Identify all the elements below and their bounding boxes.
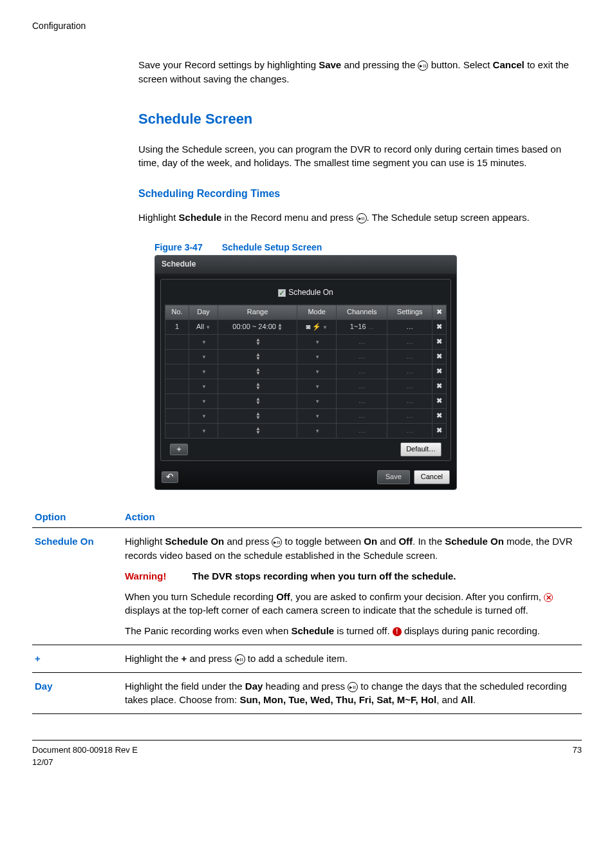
play-pause-icon: ▸ıı	[357, 213, 367, 223]
table-row: ▼▲▼▼……✖	[165, 335, 447, 350]
schedule-intro: Using the Schedule screen, you can progr…	[138, 142, 569, 171]
cell-mode[interactable]: ◙ ⚡▼	[297, 320, 337, 335]
cell-mode-value: ◙ ⚡	[306, 323, 321, 330]
spinner-icon: ▲▼	[256, 338, 261, 346]
intro-paragraph: Save your Record settings by highlightin…	[138, 58, 569, 86]
chevron-down-icon: ▼	[315, 399, 320, 404]
play-pause-icon: ▸ıı	[272, 537, 282, 547]
table-row: 1 All▼ 00:00 ~ 24:00▲▼ ◙ ⚡▼ 1~16 … … ✖	[165, 320, 447, 335]
table-header-row: No. Day Range Mode Channels Settings ✖	[165, 305, 447, 320]
save-button[interactable]: Save	[377, 470, 410, 484]
add-row-button[interactable]: +	[170, 444, 188, 455]
t: Day	[245, 681, 263, 692]
delete-row-button: ✖	[433, 350, 447, 364]
table-row: ▼▲▼▼……✖	[165, 350, 447, 364]
schedule-on-p2: When you turn Schedule recording Off, yo…	[125, 590, 579, 618]
cell-day[interactable]: All▼	[189, 320, 218, 335]
table-row: ▼▲▼▼……✖	[165, 364, 447, 379]
t: Highlight the field under the	[125, 681, 245, 692]
opt-day-action: Highlight the field under the Day headin…	[122, 672, 582, 714]
options-header-option: Option	[32, 506, 122, 528]
footer-doc: Document 800-00918 Rev E	[32, 744, 138, 757]
t: Sun, Mon, Tue, Wed, Thu, Fri, Sat, M~F, …	[239, 694, 436, 705]
schedule-on-checkbox[interactable]	[278, 289, 286, 297]
cell-channels[interactable]: 1~16 …	[337, 320, 387, 335]
t: All	[461, 694, 473, 705]
t: Highlight the	[125, 653, 181, 664]
delete-row-button[interactable]: ✖	[433, 320, 447, 335]
col-range: Range	[218, 305, 297, 320]
option-row-day: Day Highlight the field under the Day he…	[32, 672, 582, 714]
shot-footer: + Default…	[165, 439, 447, 457]
footer-left: Document 800-00918 Rev E 12/07	[32, 744, 138, 769]
figure-title: Schedule Setup Screen	[222, 242, 322, 252]
table-row: ▼▲▼▼……✖	[165, 379, 447, 393]
col-channels: Channels	[337, 305, 387, 320]
footer-date: 12/07	[32, 757, 138, 769]
cell-range-value: 00:00 ~ 24:00	[232, 323, 276, 330]
warning-text: The DVR stops recording when you turn of…	[192, 569, 456, 583]
table-row: ▼▲▼▼……✖	[165, 393, 447, 408]
schedule-on-p1: Highlight Schedule On and press ▸ıı to t…	[125, 534, 579, 563]
window-title: Schedule	[155, 256, 456, 273]
table-row: ▼▲▼▼……✖	[165, 408, 447, 423]
intro-text-1: Save your Record settings by highlightin…	[138, 59, 319, 70]
chevron-down-icon: ▼	[315, 369, 320, 375]
hp-schedule: Schedule	[179, 212, 222, 223]
t: Schedule On	[445, 536, 504, 547]
cancel-button[interactable]: Cancel	[414, 470, 450, 484]
hp-3: . The Schedule setup screen appears.	[367, 212, 530, 223]
save-word: Save	[319, 59, 341, 70]
delete-row-button: ✖	[433, 379, 447, 393]
chevron-down-icon: ▼	[315, 339, 320, 345]
chevron-down-icon: ▼	[201, 369, 207, 375]
t: displays during panic recording.	[402, 625, 540, 636]
default-button[interactable]: Default…	[400, 442, 442, 457]
chevron-down-icon: ▼	[315, 354, 320, 360]
panic-record-icon: !	[393, 627, 402, 636]
schedule-on-p3: The Panic recording works even when Sche…	[125, 624, 579, 638]
t: . In the	[413, 536, 445, 547]
t: heading and press	[263, 681, 348, 692]
col-mode: Mode	[297, 305, 337, 320]
options-table: Option Action Schedule On Highlight Sche…	[32, 506, 582, 715]
cell-no: 1	[165, 320, 189, 335]
ellipsis-icon: …	[367, 325, 374, 330]
t: When you turn Schedule recording	[125, 591, 276, 602]
delete-row-button: ✖	[433, 393, 447, 408]
hp-1: Highlight	[138, 212, 179, 223]
schedule-screen-heading: Schedule Screen	[138, 109, 569, 129]
chevron-down-icon: ▼	[201, 339, 207, 345]
col-day: Day	[189, 305, 218, 320]
spinner-icon: ▲▼	[256, 412, 261, 420]
t: to toggle between	[282, 536, 364, 547]
t: is turned off.	[334, 625, 393, 636]
chevron-down-icon: ▼	[201, 428, 207, 434]
col-no: No.	[165, 305, 189, 320]
cell-settings[interactable]: …	[387, 320, 433, 335]
schedule-off-icon: ✕	[544, 593, 553, 602]
t: , and	[436, 694, 461, 705]
t: Schedule On	[165, 536, 225, 547]
footer-page: 73	[573, 744, 582, 769]
intro-text-3: button. Select	[428, 59, 492, 70]
t: and press	[224, 536, 272, 547]
t: to add a schedule item.	[245, 653, 348, 664]
chevron-down-icon: ▼	[315, 413, 320, 419]
shot-inner: Schedule On No. Day Range Mode Channels …	[160, 279, 451, 461]
figure-number: Figure 3-47	[154, 242, 203, 252]
schedule-on-checkbox-row: Schedule On	[165, 285, 447, 305]
delete-row-button: ✖	[433, 335, 447, 350]
hp-2: in the Record menu and press	[221, 212, 356, 223]
schedule-setup-screenshot: Schedule Schedule On No. Day Range Mode …	[154, 255, 457, 489]
chevron-down-icon: ▼	[201, 384, 207, 390]
chevron-down-icon: ▼	[201, 399, 207, 404]
t: Highlight	[125, 536, 165, 547]
options-header-row: Option Action	[32, 506, 582, 528]
cell-range[interactable]: 00:00 ~ 24:00▲▼	[218, 320, 297, 335]
t: and	[377, 536, 398, 547]
back-button[interactable]: ↶	[162, 471, 178, 483]
delete-row-button: ✖	[433, 364, 447, 379]
spinner-icon: ▲▼	[256, 382, 261, 390]
t: On	[364, 536, 377, 547]
